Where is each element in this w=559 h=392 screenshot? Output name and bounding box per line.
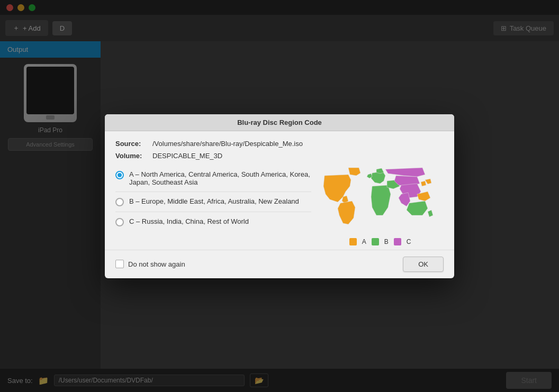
modal-overlay: Blu-ray Disc Region Code Source: /Volume… — [0, 0, 559, 392]
modal-title: Blu-ray Disc Region Code — [105, 114, 454, 131]
volume-label: Volume: — [115, 152, 152, 160]
source-row: Source: /Volumes/share/share/Blu-ray/Des… — [115, 140, 444, 148]
legend-a-dot — [349, 238, 357, 245]
legend-c-label: C — [407, 238, 411, 245]
region-code-dialog: Blu-ray Disc Region Code Source: /Volume… — [105, 114, 454, 278]
map-area: A B C — [317, 165, 444, 245]
source-value: /Volumes/share/share/Blu-ray/Despicable_… — [152, 140, 303, 148]
source-label: Source: — [115, 140, 152, 148]
region-options: A – North America, Central America, Sout… — [115, 165, 311, 245]
legend-b-label: B — [384, 238, 389, 245]
world-map — [319, 165, 441, 234]
volume-row: Volume: DESPICABLE_ME_3D — [115, 152, 444, 160]
region-option-a[interactable]: A – North America, Central America, Sout… — [115, 165, 311, 192]
do-not-show-label: Do not show again — [128, 260, 185, 268]
modal-body: Source: /Volumes/share/share/Blu-ray/Des… — [105, 131, 454, 245]
radio-c[interactable] — [115, 218, 124, 226]
map-legend: A B C — [349, 238, 411, 245]
region-c-label: C – Russia, India, China, Rest of World — [129, 217, 249, 225]
region-b-label: B – Europe, Middle East, Africa, Austral… — [129, 197, 299, 205]
volume-value: DESPICABLE_ME_3D — [152, 152, 222, 160]
legend-c-dot — [394, 238, 401, 245]
ok-button[interactable]: OK — [403, 257, 444, 272]
region-option-b[interactable]: B – Europe, Middle East, Africa, Austral… — [115, 192, 311, 212]
legend-a-label: A — [362, 238, 366, 245]
do-not-show-checkbox[interactable] — [115, 260, 124, 268]
legend-b-dot — [372, 238, 379, 245]
region-a-label: A – North America, Central America, Sout… — [129, 170, 311, 186]
region-option-c[interactable]: C – Russia, India, China, Rest of World — [115, 212, 311, 232]
modal-content-area: A – North America, Central America, Sout… — [115, 165, 444, 245]
radio-a[interactable] — [115, 171, 124, 179]
radio-b[interactable] — [115, 198, 124, 206]
modal-footer: Do not show again OK — [105, 250, 454, 278]
do-not-show-checkbox-area[interactable]: Do not show again — [115, 260, 185, 268]
